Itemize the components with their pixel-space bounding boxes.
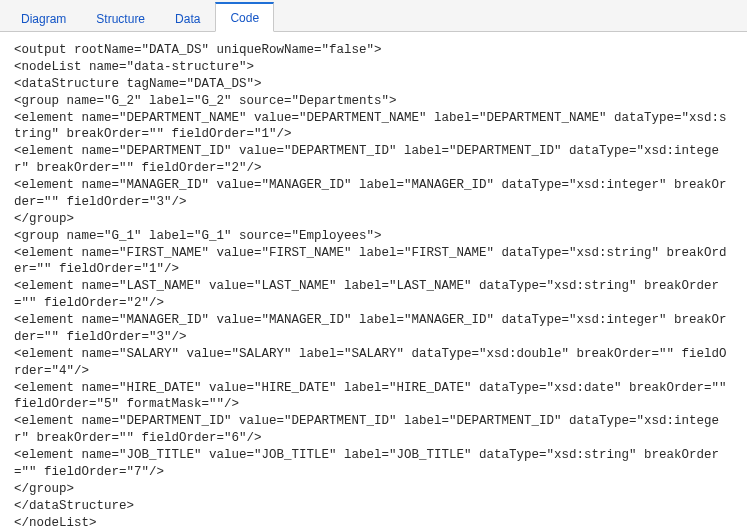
tab-data[interactable]: Data — [160, 4, 215, 32]
tab-diagram[interactable]: Diagram — [6, 4, 81, 32]
tab-code[interactable]: Code — [215, 2, 274, 32]
tab-structure[interactable]: Structure — [81, 4, 160, 32]
tab-bar: Diagram Structure Data Code — [0, 0, 747, 32]
code-view[interactable]: <output rootName="DATA_DS" uniqueRowName… — [0, 32, 747, 528]
